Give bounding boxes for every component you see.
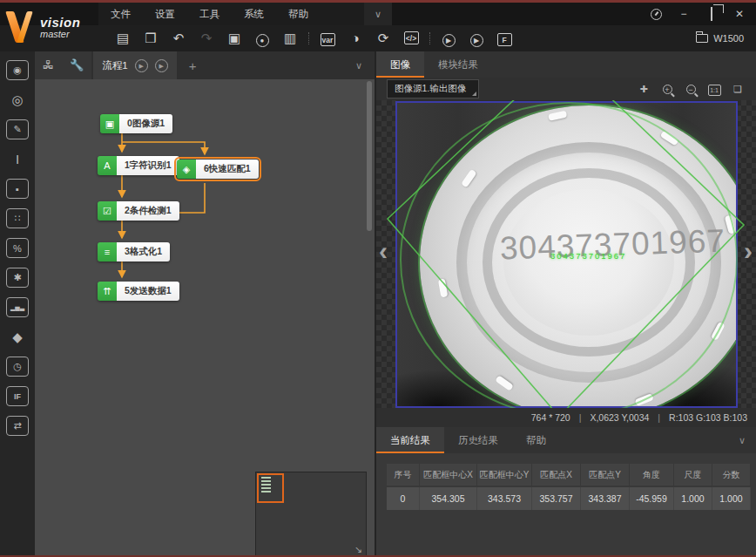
- save-button[interactable]: ▤: [111, 29, 134, 48]
- performance-gauge-icon[interactable]: [651, 9, 662, 20]
- tab-module-result[interactable]: 模块结果: [424, 51, 492, 78]
- target-locate-tool-icon[interactable]: ◎: [6, 90, 29, 110]
- image-viewport[interactable]: 304373701967 304373701967 ‹ ›: [376, 100, 756, 408]
- flow-panel: 🖧 🔧 流程1 ▶ ▶ + ∨: [35, 51, 375, 557]
- timer-tool-icon[interactable]: ◷: [6, 357, 29, 377]
- format-button[interactable]: F: [493, 29, 516, 48]
- result-tabs: 当前结果 历史结果 帮助 ∨: [376, 427, 756, 453]
- node-label: 5发送数据1: [117, 282, 179, 301]
- if-logic-tool-icon[interactable]: IF: [6, 386, 29, 406]
- camera-tool-icon[interactable]: ◉: [6, 60, 29, 80]
- node-label: 1字符识别1: [117, 156, 179, 175]
- snapshot-button[interactable]: ▣: [223, 29, 246, 48]
- histogram-tool-icon[interactable]: ▂▅▃: [6, 297, 29, 317]
- node-format[interactable]: ≡ 3格式化1: [98, 242, 170, 262]
- workspace-name: W1500: [713, 33, 744, 44]
- minimize-button[interactable]: −: [672, 5, 695, 23]
- flow-minimap[interactable]: ↘: [255, 472, 367, 557]
- restore-icon: [711, 7, 712, 21]
- code-icon: </>: [404, 31, 419, 44]
- flow-settings-wrench-icon[interactable]: 🔧: [62, 51, 91, 79]
- menu-tools[interactable]: 工具: [187, 3, 232, 25]
- text-recognition-tool-icon[interactable]: I: [6, 149, 29, 169]
- zoom-in-icon[interactable]: +: [659, 82, 675, 96]
- menu-help[interactable]: 帮助: [276, 3, 321, 25]
- image-resolution: 764 * 720: [531, 412, 570, 423]
- node-send-data[interactable]: ⇈ 5发送数据1: [98, 282, 179, 301]
- close-button[interactable]: ✕: [728, 5, 751, 23]
- fast-match-node-icon: ◈: [177, 160, 196, 179]
- add-flow-button[interactable]: +: [177, 58, 209, 73]
- prev-image-arrow[interactable]: ‹: [379, 238, 388, 264]
- one-to-one-icon[interactable]: 1:1: [706, 82, 722, 96]
- col-angle: 角度: [630, 464, 674, 486]
- menu-file[interactable]: 文件: [98, 3, 143, 25]
- score-tool-icon[interactable]: %: [6, 238, 29, 258]
- table-row[interactable]: 0 354.305 343.573 353.757 343.387 -45.95…: [387, 486, 747, 510]
- pixel-rgb-value: R:103 G:103 B:103: [669, 412, 747, 423]
- char-recognition-node-icon: A: [98, 156, 117, 175]
- condition-check-node-icon: ☑: [98, 201, 117, 221]
- node-condition-check[interactable]: ☑ 2条件检测1: [98, 201, 179, 221]
- pan-icon[interactable]: ✚: [636, 82, 651, 96]
- open-folder-button[interactable]: ❒: [139, 29, 162, 48]
- image-toolbar: 图像源1.输出图像 ✚ + − 1:1 ❏: [376, 78, 756, 100]
- data-transfer-tool-icon[interactable]: ⇄: [6, 416, 29, 436]
- next-image-arrow[interactable]: ›: [744, 238, 753, 264]
- recognition-result-overlay: 304373701967: [550, 251, 626, 261]
- image-adjust-button[interactable]: ◑: [344, 29, 367, 48]
- flow-run-once-icon[interactable]: ▶: [135, 59, 148, 72]
- image-edit-tool-icon[interactable]: ✎: [6, 119, 29, 139]
- zoom-out-icon[interactable]: −: [683, 82, 699, 96]
- tab-current-result[interactable]: 当前结果: [376, 427, 444, 453]
- results-section: 当前结果 历史结果 帮助 ∨ 序号 匹配框中心X 匹配框中心Y 匹配点X 匹配点…: [376, 427, 756, 557]
- flow-run-loop-icon[interactable]: ▶: [155, 59, 168, 72]
- flow-list-icon[interactable]: 🖧: [35, 51, 62, 79]
- image-tabs: 图像 模块结果: [376, 51, 756, 78]
- undo-button[interactable]: ↶: [167, 29, 190, 48]
- fit-screen-icon[interactable]: ❏: [730, 82, 746, 96]
- script-button[interactable]: </>: [400, 29, 422, 48]
- redo-button[interactable]: ↷: [195, 29, 218, 48]
- results-collapse-chevron-icon[interactable]: ∨: [728, 427, 756, 453]
- node-char-recognition[interactable]: A 1字符识别1: [98, 156, 179, 175]
- flow-tab[interactable]: 流程1 ▶ ▶: [93, 51, 176, 79]
- tab-help[interactable]: 帮助: [512, 427, 560, 453]
- flow-header-chevron-icon[interactable]: ∨: [355, 60, 375, 71]
- focus-region-tool-icon[interactable]: ▪: [6, 179, 29, 199]
- flow-scrollbar[interactable]: [367, 81, 372, 231]
- run-once-button[interactable]: ▶: [437, 29, 460, 48]
- image-settings-tool-icon[interactable]: ✱: [6, 268, 29, 288]
- node-label: 2条件检测1: [117, 201, 179, 221]
- col-score: 分数: [712, 464, 751, 486]
- image-source-selector[interactable]: 图像源1.输出图像: [387, 79, 479, 98]
- global-trigger-button[interactable]: ⟳: [372, 29, 395, 48]
- calibration-tool-icon[interactable]: ∷: [6, 208, 29, 228]
- node-label: 3格式化1: [117, 242, 170, 262]
- col-scale: 尺度: [674, 464, 712, 486]
- module-list-button[interactable]: ▥: [279, 29, 301, 48]
- menu-system[interactable]: 系统: [232, 3, 276, 25]
- main-toolbar: ▤ ❒ ↶ ↷ ▣ ● ▥ var ◑ ⟳ </> ▶ ▶ F W1500: [0, 25, 756, 51]
- tab-image[interactable]: 图像: [376, 51, 424, 78]
- flow-tab-label: 流程1: [102, 59, 127, 72]
- workspace-selector[interactable]: W1500: [696, 33, 744, 44]
- color-fill-tool-icon[interactable]: ◆: [6, 327, 29, 347]
- menubar-collapse-chevron-icon[interactable]: ∨: [364, 3, 392, 25]
- variable-manager-button[interactable]: var: [316, 29, 339, 48]
- restore-button[interactable]: [700, 5, 723, 23]
- node-image-source[interactable]: ▣ 0图像源1: [100, 114, 172, 133]
- logo-text-vision: vision: [40, 16, 80, 29]
- camera-button[interactable]: ●: [251, 29, 273, 48]
- tool-sidebar: ◉ ◎ ✎ I ▪ ∷ % ✱ ▂▅▃ ◆ ◷ IF ⇄: [0, 51, 35, 557]
- flow-canvas[interactable]: ▣ 0图像源1 A 1字符识别1 ◈ 6快速匹配1 ☑ 2条件检测1 ≡ 3格式…: [35, 79, 375, 557]
- minimap-resize-icon[interactable]: ↘: [354, 544, 362, 555]
- app-logo: vision master: [9, 6, 96, 48]
- menu-settings[interactable]: 设置: [143, 3, 187, 25]
- tab-history-result[interactable]: 历史结果: [444, 427, 512, 453]
- logo-text-master: master: [40, 30, 80, 39]
- node-label: 0图像源1: [119, 114, 172, 133]
- node-fast-match[interactable]: ◈ 6快速匹配1: [177, 160, 259, 179]
- minimap-viewport[interactable]: [257, 473, 284, 503]
- run-continuous-button[interactable]: ▶: [465, 29, 488, 48]
